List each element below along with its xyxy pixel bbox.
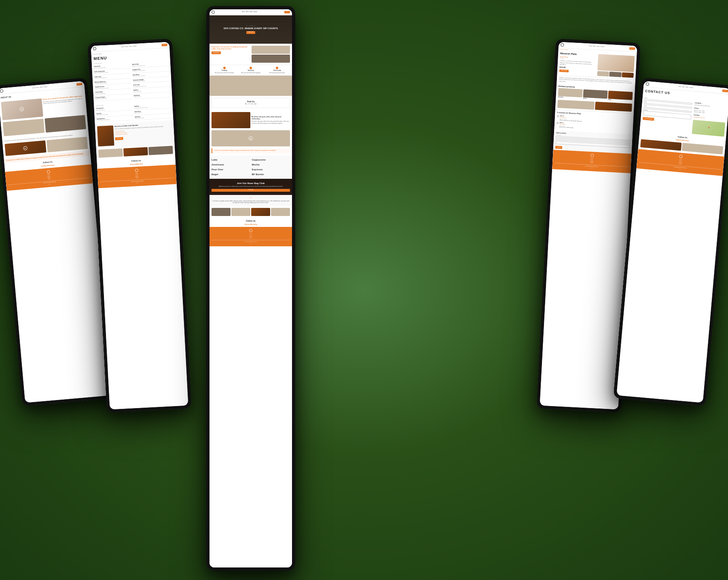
community-label: Community (265, 70, 290, 72)
product-nav-home[interactable]: Home (589, 45, 592, 47)
menu-nav-contact[interactable]: Contact (132, 46, 137, 47)
product-thumb-1[interactable] (597, 71, 609, 77)
product-nav-menu[interactable]: Menu (593, 46, 596, 47)
menu-nav-blog[interactable]: Blog (129, 46, 131, 47)
home-gallery-2 (231, 208, 250, 216)
home-source-quote: To source our coffee beans locally, we s… (214, 150, 288, 152)
home-menu-espresso: Espresso (252, 167, 290, 172)
home-nav-blog[interactable]: Blog (250, 11, 252, 13)
contact-nav-cta[interactable]: Join Us (722, 89, 728, 92)
contact-nav-blog[interactable]: Blog (686, 87, 688, 88)
home-mission-title: We believe that great coffee starts with… (252, 116, 290, 120)
about-nav-blog[interactable]: Blog (40, 87, 42, 88)
home-mission-img-1 (212, 112, 250, 128)
home-nav-menu[interactable]: Menu (246, 11, 249, 13)
about-img-1 (3, 119, 44, 136)
home-follow-title: Follow Us (212, 220, 290, 222)
review-1-content: Jane D. ★★★★★ March 15, 2023 These macar… (559, 115, 582, 123)
menu-two-col: Espresso A rich concentrated coffee Café… (94, 61, 170, 101)
contact-submit-btn[interactable]: Send Message (643, 117, 654, 121)
product-nav-blog[interactable]: Blog (597, 46, 599, 48)
home-footer-social: f t in (212, 243, 290, 244)
product-thumb-row (597, 71, 634, 78)
home-hero-btn[interactable]: Order Now (246, 31, 256, 34)
about-nav-home[interactable]: Home (32, 87, 35, 89)
contact-nav-home[interactable]: Home (678, 86, 681, 88)
menu-col-1: Espresso A rich concentrated coffee Café… (94, 63, 132, 101)
about-nav-cta[interactable]: Join Us (76, 83, 83, 85)
contact-nav-contact[interactable]: Contact (689, 87, 694, 89)
contact-footer-logo (679, 155, 683, 159)
menu-nav-cta[interactable]: Join Us (161, 44, 167, 46)
menu-club-btn[interactable]: Join Now (115, 137, 124, 140)
contact-nav-menu[interactable]: Menu (682, 86, 685, 88)
home-icons-section: Treating We treat every customer like fa… (210, 65, 292, 76)
menu-gallery (98, 146, 173, 158)
device-screen-3: Home Menu Blog Contact Join Us DIVI COFF… (210, 9, 292, 567)
home-nav-links: Home Menu Blog Contact (216, 11, 284, 13)
home-join-btn[interactable]: Join Now (212, 189, 290, 192)
device-home: Home Menu Blog Contact Join Us DIVI COFF… (206, 6, 295, 571)
menu-site: Home Menu Blog Contact Join Us COFFEE ME… (91, 42, 188, 410)
home-source-text: To source our coffee beans locally, we s… (212, 148, 290, 153)
home-experience-text: Experience our journey of crafting excep… (212, 46, 250, 63)
menu-nav-menu[interactable]: Menu (125, 46, 129, 48)
home-quote-mark: " (212, 197, 290, 200)
home-gallery (212, 208, 290, 216)
contact-form: Name Email Phone (642, 97, 693, 133)
menu-nav-home[interactable]: Home (121, 46, 125, 48)
related-item-2: Books (583, 89, 607, 101)
home-nav: Home Menu Blog Contact Join Us (210, 9, 292, 15)
menu-footer: HomeMenuContactBlog 123 Coffee Street, B… (97, 165, 176, 188)
menu-items-section: COFFEE DRINKS Espresso A rich concentrat… (92, 59, 172, 103)
product-logo (561, 43, 564, 47)
home-icon-treating: Treating We treat every customer like fa… (212, 67, 237, 74)
home-address-1: Mon - Fri (245, 104, 250, 105)
menu-club-img (97, 125, 114, 146)
scene: Home Menu Blog Contact Join Us ABOUT US (0, 0, 728, 580)
home-footer-logo (249, 229, 252, 232)
product-nav-cta[interactable]: Join Us (629, 47, 635, 50)
home-footer: HomeMenuContactBlog 123 Coffee Street, B… (210, 227, 292, 246)
menu-food-cols: Croissants Buttery flaky pastry Scones F… (96, 103, 171, 123)
home-nav-home[interactable]: Home (242, 11, 245, 13)
home-experience-btn[interactable]: Learn More (212, 51, 221, 54)
about-nav-menu[interactable]: Menu (36, 87, 39, 89)
home-video-overlay: ▶ (212, 130, 290, 146)
community-text: We build strong communities (265, 72, 290, 74)
sourcing-text: We source the finest beans globally (238, 72, 263, 74)
device-screen-2: Home Menu Blog Contact Join Us COFFEE ME… (91, 42, 188, 410)
menu-gallery-3 (148, 146, 173, 155)
menu-food-col-1: Croissants Buttery flaky pastry Scones F… (96, 105, 133, 123)
home-mission-body: We believe that great coffee starts with… (252, 121, 290, 124)
review-submit-btn[interactable]: Submit (555, 146, 563, 149)
home-nav-cta[interactable]: Join Us (284, 11, 290, 13)
menu-food-col-2: Muffins Freshly baked every morning Dani… (134, 103, 171, 121)
contact-map: 📍 (692, 120, 725, 137)
related-item-3: Chair (608, 91, 633, 102)
about-nav-contact[interactable]: Contact (43, 86, 48, 88)
review-2-avatar (557, 122, 559, 124)
product-thumb-2[interactable] (609, 72, 621, 77)
home-gallery-1 (212, 208, 231, 216)
product-thumb-3[interactable] (622, 72, 634, 78)
home-hero-title: DIVI COFFEE CO. WHERE EVERY SIP COUNTS (224, 27, 278, 30)
product-footer: HomeMenuContactBlog 123 Coffee Street, B… (552, 150, 631, 173)
home-footer-links: HomeMenuContactBlog (212, 233, 290, 239)
home-nav-contact[interactable]: Contact (253, 11, 257, 13)
menu-footer-logo (135, 169, 138, 172)
product-add-cart-btn[interactable]: Add to Cart (559, 69, 569, 72)
home-play-btn[interactable]: ▶ (249, 136, 253, 140)
product-main-section: Macaron Plate ★★★★★ 5 reviews Indulge in… (557, 51, 637, 79)
menu-club-content: Become a Coffee Club Member Join our Cof… (114, 123, 165, 146)
home-coffee-image (210, 76, 292, 96)
menu-col-2: Macchiato Espresso with a dash of milk C… (132, 61, 170, 99)
about-play-btn[interactable]: ▶ (20, 107, 24, 111)
about-video-btn[interactable]: ▶ (23, 146, 28, 150)
home-follow-handle[interactable]: @divicoffeeshop (212, 223, 290, 225)
product-images (597, 54, 635, 78)
home-video-img: ▶ (212, 130, 290, 146)
menu-gallery-1 (98, 148, 123, 158)
home-hero: DIVI COFFEE CO DIVI COFFEE CO. WHERE EVE… (210, 15, 292, 44)
product-nav-contact[interactable]: Contact (600, 46, 604, 48)
